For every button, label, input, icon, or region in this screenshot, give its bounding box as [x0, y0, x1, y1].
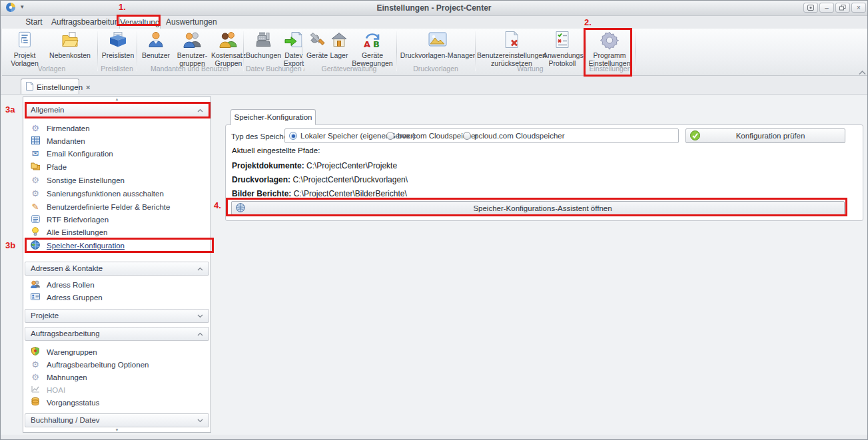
section-label: Adressen & Kontakte [31, 262, 103, 275]
radio-pcloud-cloudspeicher[interactable]: pcloud.com Cloudspeicher [463, 129, 565, 142]
annotation-label-2: 2. [584, 17, 592, 27]
globe-storage-icon [30, 240, 41, 252]
tools-icon [305, 31, 329, 51]
user-roles-icon [30, 280, 41, 290]
gear-icon: ⚙ [30, 176, 41, 185]
sidebar-item-adress-rollen[interactable]: Adress Rollen [30, 279, 205, 291]
sidebar-item-pfade[interactable]: Pfade [30, 161, 205, 173]
ribbon-tab-auftragsbearbeitung[interactable]: Auftragsbearbeitung [51, 16, 115, 29]
screen-fit-button[interactable] [803, 3, 818, 13]
log-checklist-icon [543, 31, 582, 51]
sidebar-section-allgemein[interactable]: Allgemein [25, 103, 209, 117]
ribbon-button-label: Benutzer [139, 51, 173, 59]
sidebar-item-mandanten[interactable]: Mandanten [30, 135, 205, 147]
table-icon [30, 136, 41, 146]
speicher-konfigurations-assistent-button[interactable]: Speicher-Konfigurations-Assistent öffnen [231, 201, 845, 215]
sidebar-item-sanierungsfunktionen[interactable]: ⚙Sanierungsfunktionen ausschalten [30, 188, 205, 200]
button-label: Konfiguration prüfen [700, 132, 841, 140]
page-tab-speicher-konfiguration[interactable]: Speicher-Konfiguration [230, 109, 316, 125]
cost-rate-group-icon [211, 31, 246, 51]
sidebar-item-speicher-konfiguration[interactable]: Speicher-Konfiguration [30, 240, 205, 252]
pencil-icon: ✎ [30, 202, 41, 212]
storage-type-radio-group: Lokaler Speicher (eigener Server) box.co… [284, 128, 679, 143]
svg-text:B: B [373, 39, 380, 49]
sidebar-item-auftragsbearbeitung-optionen[interactable]: ⚙Auftragsbearbeitung Optionen [30, 359, 205, 371]
ribbon-tab-verwaltung[interactable]: Verwaltung [119, 16, 161, 29]
title-bar: ▾ Einstellungen - Project-Center – × [1, 1, 867, 16]
radio-selected-icon [289, 132, 297, 140]
sidebar-section-auftragsbearbeitung[interactable]: Auftragsbearbeitung [25, 327, 209, 341]
ribbon-group-label-mandanten: Mandanten und Benutzer [137, 64, 243, 73]
sidebar-item-firmendaten[interactable]: ⚙Firmendaten [30, 122, 205, 134]
check-circle-icon [690, 130, 700, 142]
folders-icon [30, 162, 41, 172]
ribbon-collapse-chevron-icon[interactable] [859, 66, 866, 78]
ribbon-button-label: Druckvorlagen-Manager [400, 51, 476, 59]
path-druckvorlagen: Druckvorlagen: C:\ProjectCenter\Druckvor… [232, 175, 408, 184]
gear-icon: ⚙ [30, 360, 41, 369]
picture-icon [400, 31, 476, 51]
user-group-icon [174, 31, 211, 51]
sidebar-item-alle-einstellungen[interactable]: Alle Einstellungen [30, 226, 205, 238]
sidebar-scroll-up-icon[interactable]: ▲ [23, 97, 211, 101]
ribbon-button-label: Preislisten [99, 51, 137, 59]
document-icon [26, 82, 33, 92]
ribbon-button-label: Geräte [305, 51, 329, 59]
ribbon-group-label-wartung: Wartung [475, 64, 586, 73]
sidebar-item-adress-gruppen[interactable]: Adress Gruppen [30, 292, 205, 304]
minimize-button[interactable]: – [819, 3, 834, 13]
sidebar-item-benutzerdefinierte-felder[interactable]: ✎Benutzerdefinierte Felder & Berichte [30, 201, 205, 213]
section-label: Buchhaltung / Datev [31, 414, 100, 427]
light-bulb-icon [30, 227, 41, 238]
sidebar-section-buchhaltung-datev[interactable]: Buchhaltung / Datev [25, 413, 209, 427]
sidebar-section-adressen-kontakte[interactable]: Adressen & Kontakte [25, 262, 209, 276]
rtf-document-icon [30, 215, 41, 225]
speicher-konfiguration-panel: Typ des Speichers Lokaler Speicher (eige… [225, 124, 863, 221]
sidebar-item-hoai[interactable]: HOAI [30, 384, 205, 396]
section-label: Projekte [31, 310, 59, 322]
sidebar-item-rtf-briefvorlagen[interactable]: RTF Briefvorlagen [30, 214, 205, 226]
svg-text:A: A [364, 39, 370, 49]
document-tab-einstellungen[interactable]: Einstellungen × [21, 79, 79, 95]
address-card-icon [30, 293, 41, 302]
radio-icon [386, 132, 394, 140]
sidebar-item-warengruppen[interactable]: Warengruppen [30, 346, 205, 358]
ribbon-button-label: Nebenkosten [43, 51, 97, 59]
gear-icon [587, 31, 632, 51]
chevron-up-icon [197, 104, 203, 116]
section-label: Auftragsbearbeitung [31, 328, 100, 340]
sidebar-scroll-down-icon[interactable]: ▼ [23, 428, 211, 432]
ribbon-group-label-geraeteverwaltung: Geräteverwaltung [302, 64, 396, 73]
envelope-icon: ✉ [30, 149, 41, 158]
sidebar-item-vorgangsstatus[interactable]: Vorgangsstatus [30, 397, 205, 409]
app-window: ▾ Einstellungen - Project-Center – × Sta… [0, 0, 868, 440]
document-delete-icon [475, 31, 548, 51]
ribbon-tab-start[interactable]: Start [21, 16, 47, 29]
ribbon-tab-auswertungen[interactable]: Auswertungen [166, 16, 211, 29]
export-document-icon [280, 31, 307, 51]
paths-heading: Aktuell eingestellte Pfade: [232, 146, 320, 154]
a-to-b-movement-icon: AB [350, 31, 394, 51]
ribbon: ProjektVorlagen Nebenkosten Preislisten … [2, 29, 867, 76]
sidebar-item-mahnungen[interactable]: ⚙Mahnungen [30, 371, 205, 383]
folder-icon [43, 31, 97, 51]
chart-icon [30, 385, 41, 395]
sidebar-section-projekte[interactable]: Projekte [25, 309, 209, 323]
chevron-up-icon [197, 328, 203, 340]
project-templates-icon [7, 31, 42, 51]
chevron-up-icon [197, 262, 203, 275]
sidebar-item-email-konfiguration[interactable]: ✉Email Konfiguration [30, 148, 205, 160]
ribbon-group-label-einstellungen: Einstellungen [586, 64, 635, 73]
sidebar-item-sonstige-einstellungen[interactable]: ⚙Sonstige Einstellungen [30, 174, 205, 186]
close-button[interactable]: × [851, 3, 866, 13]
tab-close-icon[interactable]: × [86, 83, 90, 91]
radio-icon [463, 132, 471, 140]
cash-register-icon [246, 31, 280, 51]
gear-icon: ⚙ [30, 124, 41, 133]
ribbon-button-label: Lager [329, 51, 349, 59]
path-projektdokumente: Projektdokumente: C:\ProjectCenter\Proje… [232, 161, 397, 170]
document-tab-label: Einstellungen [37, 83, 83, 91]
restore-button[interactable] [835, 3, 850, 13]
konfiguration-pruefen-button[interactable]: Konfiguration prüfen [685, 128, 845, 143]
ribbon-group-label-druckvorlagen: Druckvorlagen [396, 64, 475, 73]
